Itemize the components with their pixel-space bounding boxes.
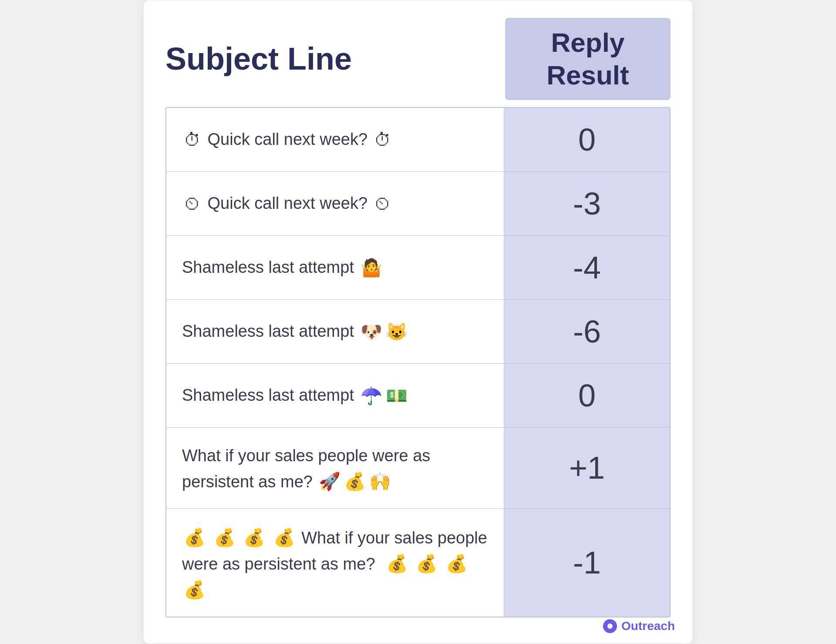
emoji-timer2: ⏲ — [374, 191, 391, 217]
emoji-cat: 😺 — [386, 319, 408, 345]
emoji-bag5: 💰 — [386, 554, 408, 573]
emoji-clock2: ⏱ — [374, 127, 391, 153]
main-card: Subject Line Reply Result ⏱ Quick call n… — [144, 0, 692, 644]
reply-result-header: Reply Result — [505, 18, 671, 100]
emoji-rocket: 🚀 — [319, 472, 340, 491]
table-row: Shameless last attempt 🤷 -4 — [166, 236, 670, 300]
reply-cell-5: 0 — [504, 364, 670, 427]
table-row: Shameless last attempt 🐶 😺 -6 — [166, 300, 670, 364]
emoji-dollar: 💰 — [344, 472, 366, 491]
table-row: What if your sales people were as persis… — [166, 428, 670, 509]
reply-cell-4: -6 — [504, 300, 670, 363]
reply-cell-2: -3 — [504, 172, 670, 235]
subject-cell-3: Shameless last attempt 🤷 — [166, 236, 504, 299]
reply-value-7: -1 — [573, 545, 601, 580]
outreach-label: Outreach — [621, 619, 675, 633]
emoji-clock1: ⏱ — [184, 127, 201, 153]
subject-cell-2: ⏲ Quick call next week? ⏲ — [166, 172, 504, 235]
emoji-raised-hands: 🙌 — [369, 472, 391, 491]
reply-value-6: +1 — [569, 450, 605, 486]
subject-text-7: 💰 💰 💰 💰 What if your sales people were a… — [182, 524, 488, 603]
reply-value-3: -4 — [573, 250, 601, 285]
emoji-shrug: 🤷 — [361, 255, 382, 281]
subject-text-3: Shameless last attempt — [182, 255, 359, 280]
subject-cell-6: What if your sales people were as persis… — [166, 428, 504, 508]
table-row: 💰 💰 💰 💰 What if your sales people were a… — [166, 509, 670, 617]
reply-value-5: 0 — [578, 378, 596, 413]
table-row: Shameless last attempt ☂️ 💵 0 — [166, 364, 670, 428]
emoji-timer1: ⏲ — [184, 191, 201, 217]
reply-value-2: -3 — [573, 186, 601, 221]
emoji-money-bag: 💵 — [386, 382, 408, 409]
subject-text-5: Shameless last attempt — [182, 383, 359, 408]
subject-cell-4: Shameless last attempt 🐶 😺 — [166, 300, 504, 363]
subject-text-4: Shameless last attempt — [182, 319, 359, 344]
table-row: ⏲ Quick call next week? ⏲ -3 — [166, 172, 670, 236]
emoji-bag7: 💰 — [446, 554, 468, 573]
table-header: Subject Line Reply Result — [165, 18, 671, 100]
emoji-bag2: 💰 — [214, 528, 236, 547]
emoji-dog: 🐶 — [361, 319, 382, 345]
subject-line-header: Subject Line — [165, 42, 505, 76]
emoji-umbrella: ☂️ — [361, 382, 382, 409]
outreach-logo: Outreach — [603, 619, 675, 633]
outreach-icon — [603, 619, 617, 633]
subject-cell-5: Shameless last attempt ☂️ 💵 — [166, 364, 504, 427]
subject-cell-1: ⏱ Quick call next week? ⏱ — [166, 108, 504, 171]
emoji-bag3: 💰 — [243, 528, 265, 547]
subject-text-2: Quick call next week? — [203, 191, 372, 216]
subject-text-1: Quick call next week? — [203, 127, 372, 152]
subject-cell-7: 💰 💰 💰 💰 What if your sales people were a… — [166, 509, 504, 617]
table-row: ⏱ Quick call next week? ⏱ 0 — [166, 108, 670, 172]
data-table: ⏱ Quick call next week? ⏱ 0 ⏲ Quick call… — [165, 107, 671, 617]
emoji-bag6: 💰 — [416, 554, 438, 573]
reply-cell-7: -1 — [504, 509, 670, 617]
reply-value-4: -6 — [573, 314, 601, 349]
emoji-bag4: 💰 — [273, 528, 295, 547]
reply-value-1: 0 — [578, 122, 596, 158]
subject-text-6: What if your sales people were as persis… — [182, 443, 488, 494]
branding: Outreach — [603, 619, 675, 633]
emoji-bag1: 💰 — [184, 528, 206, 547]
reply-cell-3: -4 — [504, 236, 670, 299]
emoji-bag8: 💰 — [184, 580, 206, 599]
reply-cell-6: +1 — [504, 428, 670, 508]
reply-cell-1: 0 — [504, 108, 670, 171]
